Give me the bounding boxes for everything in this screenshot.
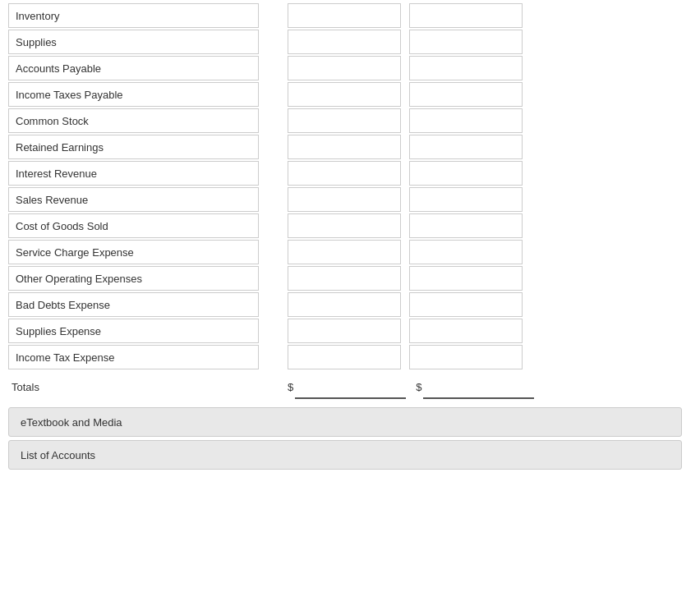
value-input-2-income-taxes-payable[interactable] — [409, 82, 523, 107]
label-input-income-taxes-payable[interactable] — [8, 82, 259, 107]
row-inventory — [8, 3, 692, 28]
value-cell-1-interest-revenue — [288, 161, 401, 186]
value-cell-1-income-taxes-payable — [288, 82, 401, 107]
value-cell-1-accounts-payable — [288, 56, 401, 80]
value-input-1-cost-of-goods-sold[interactable] — [288, 213, 401, 238]
row-supplies — [8, 30, 692, 54]
value-input-2-accounts-payable[interactable] — [409, 56, 523, 80]
value-cell-1-supplies — [288, 30, 401, 54]
totals-label: Totals — [8, 381, 279, 393]
etextbook-button[interactable]: eTextbook and Media — [8, 407, 682, 437]
value-input-2-inventory[interactable] — [409, 3, 523, 28]
row-accounts-payable — [8, 56, 692, 80]
value-input-2-income-tax-expense[interactable] — [409, 345, 523, 369]
value-cell-2-interest-revenue — [409, 161, 523, 186]
value-input-1-common-stock[interactable] — [288, 108, 401, 133]
row-other-operating-expenses — [8, 266, 692, 291]
label-input-bad-debts-expense[interactable] — [8, 292, 259, 317]
label-cell-cost-of-goods-sold — [8, 213, 279, 238]
label-input-supplies[interactable] — [8, 30, 259, 54]
label-cell-bad-debts-expense — [8, 292, 279, 317]
row-service-charge-expense — [8, 240, 692, 264]
value-cell-2-bad-debts-expense — [409, 292, 523, 317]
value-cell-1-service-charge-expense — [288, 240, 401, 264]
label-input-interest-revenue[interactable] — [8, 161, 259, 186]
row-supplies-expense — [8, 319, 692, 343]
value-cell-2-common-stock — [409, 108, 523, 133]
value-input-2-other-operating-expenses[interactable] — [409, 266, 523, 291]
value-input-2-supplies[interactable] — [409, 30, 523, 54]
totals-group-2: $ — [416, 374, 534, 399]
label-cell-common-stock — [8, 108, 279, 133]
value-input-1-other-operating-expenses[interactable] — [288, 266, 401, 291]
label-cell-inventory — [8, 3, 279, 28]
value-cell-2-accounts-payable — [409, 56, 523, 80]
value-input-2-retained-earnings[interactable] — [409, 135, 523, 159]
value-input-1-income-tax-expense[interactable] — [288, 345, 401, 369]
label-input-income-tax-expense[interactable] — [8, 345, 259, 369]
row-bad-debts-expense — [8, 292, 692, 317]
value-input-1-interest-revenue[interactable] — [288, 161, 401, 186]
label-input-inventory[interactable] — [8, 3, 259, 28]
label-input-supplies-expense[interactable] — [8, 319, 259, 343]
value-input-1-bad-debts-expense[interactable] — [288, 292, 401, 317]
label-cell-service-charge-expense — [8, 240, 279, 264]
row-common-stock — [8, 108, 692, 133]
value-cell-1-retained-earnings — [288, 135, 401, 159]
etextbook-label: eTextbook and Media — [21, 416, 122, 429]
list-of-accounts-button[interactable]: List of Accounts — [8, 440, 682, 470]
value-input-2-cost-of-goods-sold[interactable] — [409, 213, 523, 238]
value-cell-2-other-operating-expenses — [409, 266, 523, 291]
value-input-1-sales-revenue[interactable] — [288, 187, 401, 212]
label-input-common-stock[interactable] — [8, 108, 259, 133]
value-input-2-supplies-expense[interactable] — [409, 319, 523, 343]
value-input-1-supplies-expense[interactable] — [288, 319, 401, 343]
value-input-1-income-taxes-payable[interactable] — [288, 82, 401, 107]
label-cell-accounts-payable — [8, 56, 279, 80]
value-cell-2-income-taxes-payable — [409, 82, 523, 107]
label-cell-interest-revenue — [8, 161, 279, 186]
value-input-2-bad-debts-expense[interactable] — [409, 292, 523, 317]
label-cell-supplies-expense — [8, 319, 279, 343]
value-cell-1-other-operating-expenses — [288, 266, 401, 291]
value-cell-2-cost-of-goods-sold — [409, 213, 523, 238]
value-cell-1-supplies-expense — [288, 319, 401, 343]
row-interest-revenue — [8, 161, 692, 186]
value-input-1-inventory[interactable] — [288, 3, 401, 28]
rows-container — [8, 3, 692, 369]
label-cell-sales-revenue — [8, 187, 279, 212]
value-cell-2-retained-earnings — [409, 135, 523, 159]
value-input-1-retained-earnings[interactable] — [288, 135, 401, 159]
label-input-sales-revenue[interactable] — [8, 187, 259, 212]
totals-group-1: $ — [288, 374, 406, 399]
value-input-1-service-charge-expense[interactable] — [288, 240, 401, 264]
label-input-accounts-payable[interactable] — [8, 56, 259, 80]
form-container: Totals $ $ eTextbook and Media List of A… — [0, 0, 700, 473]
totals-input-1[interactable] — [295, 374, 406, 399]
totals-row: Totals $ $ — [8, 374, 692, 399]
value-input-2-interest-revenue[interactable] — [409, 161, 523, 186]
totals-input-2[interactable] — [423, 374, 534, 399]
value-input-1-supplies[interactable] — [288, 30, 401, 54]
value-cell-1-common-stock — [288, 108, 401, 133]
dollar-sign-1: $ — [288, 381, 293, 393]
label-input-cost-of-goods-sold[interactable] — [8, 213, 259, 238]
label-cell-income-tax-expense — [8, 345, 279, 369]
value-cell-1-sales-revenue — [288, 187, 401, 212]
value-cell-2-supplies-expense — [409, 319, 523, 343]
label-cell-other-operating-expenses — [8, 266, 279, 291]
value-cell-2-supplies — [409, 30, 523, 54]
value-input-1-accounts-payable[interactable] — [288, 56, 401, 80]
label-cell-supplies — [8, 30, 279, 54]
row-cost-of-goods-sold — [8, 213, 692, 238]
label-input-other-operating-expenses[interactable] — [8, 266, 259, 291]
value-input-2-service-charge-expense[interactable] — [409, 240, 523, 264]
row-retained-earnings — [8, 135, 692, 159]
value-cell-2-sales-revenue — [409, 187, 523, 212]
row-income-taxes-payable — [8, 82, 692, 107]
label-input-service-charge-expense[interactable] — [8, 240, 259, 264]
value-input-2-sales-revenue[interactable] — [409, 187, 523, 212]
label-input-retained-earnings[interactable] — [8, 135, 259, 159]
value-input-2-common-stock[interactable] — [409, 108, 523, 133]
value-cell-1-income-tax-expense — [288, 345, 401, 369]
